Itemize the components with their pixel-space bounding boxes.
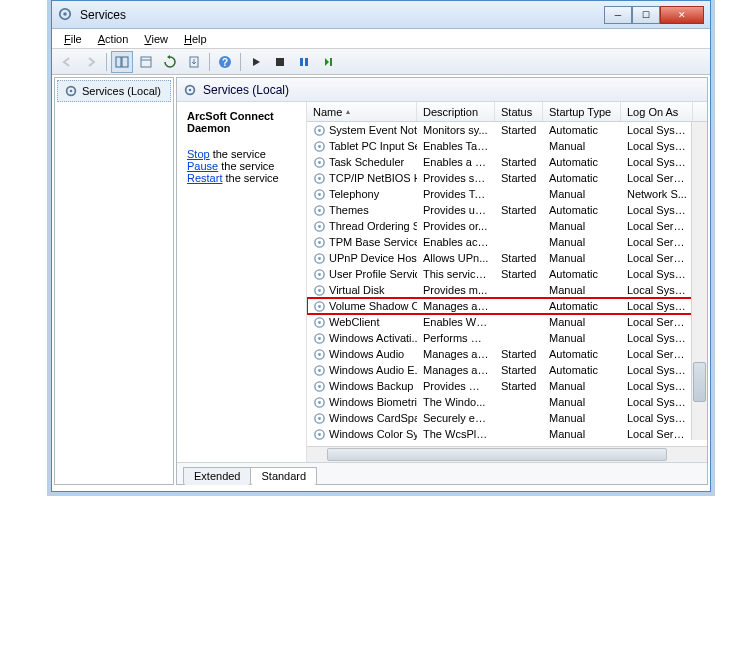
svg-point-20 [318,145,321,148]
v-scroll-thumb[interactable] [693,362,706,402]
gear-icon [183,83,197,97]
restart-service-button[interactable] [317,51,339,73]
col-startup-type[interactable]: Startup Type [543,102,621,121]
export-button[interactable] [183,51,205,73]
service-row[interactable]: Windows BackupProvides Wi...StartedManua… [307,378,707,394]
cell-startup-type: Manual [543,236,621,248]
close-button[interactable]: ✕ [660,6,704,24]
restart-link[interactable]: Restart [187,172,222,184]
cell-startup-type: Automatic [543,204,621,216]
service-row[interactable]: Windows Activati...Performs W...ManualLo… [307,330,707,346]
service-row[interactable]: System Event Noti...Monitors sy...Starte… [307,122,707,138]
svg-rect-4 [141,57,151,67]
cell-log-on-as: Local Syste... [621,380,693,392]
cell-startup-type: Automatic [543,364,621,376]
service-row[interactable]: Windows AudioManages au...StartedAutomat… [307,346,707,362]
pause-service-button[interactable] [293,51,315,73]
service-row[interactable]: Windows Color Sy...The WcsPlu...ManualLo… [307,426,707,442]
service-row[interactable]: Windows CardSpa...Securely en...ManualLo… [307,410,707,426]
cell-name: Windows Backup [307,380,417,393]
pause-link[interactable]: Pause [187,160,218,172]
service-row[interactable]: WebClientEnables Win...ManualLocal Servi… [307,314,707,330]
cell-description: Provides or... [417,220,495,232]
tab-extended[interactable]: Extended [183,467,251,485]
svg-point-26 [318,193,321,196]
svg-point-44 [318,337,321,340]
service-row[interactable]: Thread Ordering S...Provides or...Manual… [307,218,707,234]
cell-log-on-as: Local Service [621,252,693,264]
tab-standard[interactable]: Standard [250,467,317,485]
service-row[interactable]: TCP/IP NetBIOS H...Provides su...Started… [307,170,707,186]
cell-description: Provides Wi... [417,380,495,392]
tree-pane[interactable]: Services (Local) [54,77,174,485]
vertical-scrollbar[interactable] [691,122,707,440]
svg-point-46 [318,353,321,356]
tree-node-label: Services (Local) [82,85,161,97]
svg-point-32 [318,241,321,244]
svg-point-30 [318,225,321,228]
maximize-button[interactable]: ☐ [632,6,660,24]
cell-name: WebClient [307,316,417,329]
minimize-button[interactable]: ─ [604,6,632,24]
service-row[interactable]: UPnP Device HostAllows UPn...StartedManu… [307,250,707,266]
menubar: File Action View Help [52,29,710,49]
svg-point-36 [318,273,321,276]
cell-description: Provides m... [417,284,495,296]
col-log-on-as[interactable]: Log On As [621,102,693,121]
service-row[interactable]: User Profile ServiceThis service ...Star… [307,266,707,282]
svg-point-28 [318,209,321,212]
stop-service-button[interactable] [269,51,291,73]
toolbar: ? [52,49,710,75]
window-title: Services [80,8,604,22]
service-rows[interactable]: System Event Noti...Monitors sy...Starte… [307,122,707,446]
service-row[interactable]: Volume Shadow C...Manages an...Automatic… [307,298,707,314]
service-row[interactable]: Task SchedulerEnables a us...StartedAuto… [307,154,707,170]
show-hide-tree-button[interactable] [111,51,133,73]
svg-point-54 [318,417,321,420]
svg-point-14 [70,90,73,93]
gear-icon [64,84,78,98]
cell-startup-type: Manual [543,252,621,264]
col-name[interactable]: Name [307,102,417,121]
refresh-button[interactable] [159,51,181,73]
cell-startup-type: Automatic [543,124,621,136]
back-button [56,51,78,73]
cell-log-on-as: Local Service [621,348,693,360]
cell-log-on-as: Local Syste... [621,412,693,424]
start-service-button[interactable] [245,51,267,73]
properties-button[interactable] [135,51,157,73]
svg-point-56 [318,433,321,436]
service-row[interactable]: ThemesProvides us...StartedAutomaticLoca… [307,202,707,218]
col-status[interactable]: Status [495,102,543,121]
horizontal-scrollbar[interactable] [307,446,707,462]
stop-link[interactable]: Stop [187,148,210,160]
cell-description: Performs W... [417,332,495,344]
h-scroll-thumb[interactable] [327,448,667,461]
cell-name: User Profile Service [307,268,417,281]
titlebar[interactable]: Services ─ ☐ ✕ [52,1,710,29]
svg-point-38 [318,289,321,292]
svg-point-22 [318,161,321,164]
help-button[interactable]: ? [214,51,236,73]
menu-action[interactable]: Action [92,32,135,46]
service-row[interactable]: Virtual DiskProvides m...ManualLocal Sys… [307,282,707,298]
cell-status: Started [495,268,543,280]
cell-startup-type: Manual [543,396,621,408]
col-description[interactable]: Description [417,102,495,121]
service-row[interactable]: TPM Base ServicesEnables acc...ManualLoc… [307,234,707,250]
cell-description: Monitors sy... [417,124,495,136]
service-row[interactable]: Tablet PC Input Se...Enables Tab...Manua… [307,138,707,154]
service-row[interactable]: Windows Biometri...The Windo...ManualLoc… [307,394,707,410]
right-body: ArcSoft Connect Daemon Stop the service … [177,102,707,462]
cell-name: Telephony [307,188,417,201]
svg-rect-9 [276,58,284,66]
menu-file[interactable]: File [58,32,88,46]
svg-rect-10 [300,58,303,66]
menu-view[interactable]: View [138,32,174,46]
tree-node-services-local[interactable]: Services (Local) [57,80,171,102]
menu-help[interactable]: Help [178,32,213,46]
svg-point-48 [318,369,321,372]
service-row[interactable]: TelephonyProvides Tel...ManualNetwork S.… [307,186,707,202]
service-row[interactable]: Windows Audio E...Manages au...StartedAu… [307,362,707,378]
cell-description: Enables a us... [417,156,495,168]
